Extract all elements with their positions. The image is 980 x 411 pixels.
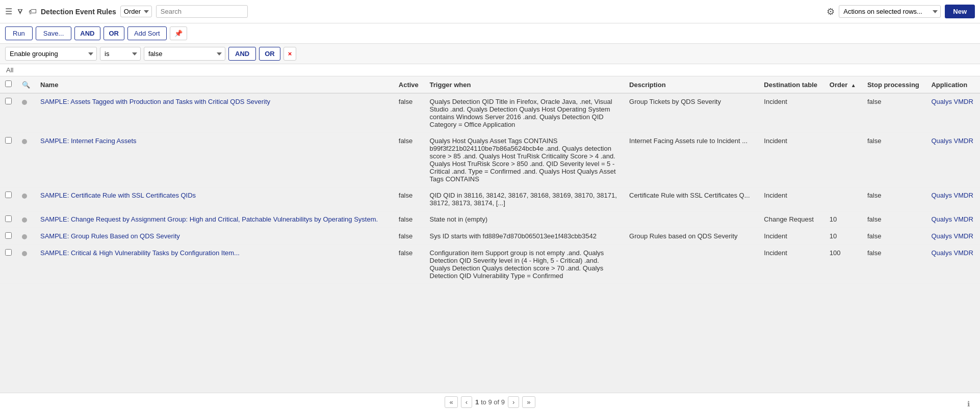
row-application-cell: Qualys VMDR [926,93,980,133]
all-label: All [0,64,980,76]
row-name-cell: SAMPLE: Change Request by Assignment Gro… [35,211,394,228]
status-dot [22,251,27,256]
col-application[interactable]: Application [926,76,980,93]
row-checkbox[interactable] [5,215,12,222]
page-of-label: of [494,398,499,406]
table-row: SAMPLE: Certificate Rule with SSL Certif… [0,187,980,211]
save-button[interactable]: Save... [36,26,71,40]
settings-icon[interactable]: ⚙ [827,6,835,17]
pin-button[interactable]: 📌 [170,26,187,40]
filter-remove-button[interactable]: × [283,47,297,61]
row-active-cell: false [394,211,425,228]
filter-or-button[interactable]: OR [259,47,280,61]
search-input[interactable] [156,5,248,18]
col-destination[interactable]: Destination table [759,76,824,93]
row-stop-cell: false [862,211,926,228]
row-name-cell: SAMPLE: Critical & High Vulnerability Ta… [35,245,394,284]
add-sort-button[interactable]: Add Sort [127,26,167,40]
row-application-link[interactable]: Qualys VMDR [931,98,973,105]
last-page-button[interactable]: » [522,396,535,408]
new-button[interactable]: New [945,5,975,18]
row-checkbox-cell [0,133,17,187]
prev-page-button[interactable]: ‹ [461,396,472,408]
first-page-button[interactable]: « [445,396,457,408]
row-description-cell: Group Tickets by QDS Severity [624,93,759,133]
filter-and-button[interactable]: AND [228,47,256,61]
table-wrapper[interactable]: 🔍 Name Active Trigger when Description [0,76,980,393]
row-order-cell [824,187,862,211]
col-description[interactable]: Description [624,76,759,93]
row-checkbox[interactable] [5,249,12,256]
row-status-cell [17,93,35,133]
filter-value-select[interactable]: false [144,47,225,61]
page-total: 9 [488,398,492,406]
row-checkbox[interactable] [5,137,12,144]
row-name-link[interactable]: SAMPLE: Assets Tagged with Production an… [40,98,270,105]
page-to-label: to [481,398,486,406]
row-name-cell: SAMPLE: Group Rules Based on QDS Severit… [35,228,394,245]
row-checkbox-cell [0,93,17,133]
menu-icon[interactable]: ☰ [5,7,12,16]
row-checkbox[interactable] [5,191,12,198]
pagination: « ‹ 1 to 9 of 9 › » ℹ [0,393,980,411]
next-page-button[interactable]: › [508,396,519,408]
page-of-total: 9 [501,398,505,406]
select-all-checkbox[interactable] [5,80,12,87]
table-row: SAMPLE: Change Request by Assignment Gro… [0,211,980,228]
filter-icon[interactable]: ⛛ [16,7,24,16]
col-stop[interactable]: Stop processing [862,76,926,93]
table-row: SAMPLE: Assets Tagged with Production an… [0,93,980,133]
row-name-link[interactable]: SAMPLE: Certificate Rule with SSL Certif… [40,191,196,199]
row-application-link[interactable]: Qualys VMDR [931,215,973,223]
or-button[interactable]: OR [104,26,125,40]
row-trigger-cell: Sys ID starts with fd889e7d870b065013ee1… [425,228,624,245]
row-description-cell: Group Rules based on QDS Severity [624,228,759,245]
row-name-link[interactable]: SAMPLE: Critical & High Vulnerability Ta… [40,249,240,257]
row-checkbox[interactable] [5,232,12,239]
page-info: 1 to 9 of 9 [475,398,505,406]
row-application-link[interactable]: Qualys VMDR [931,249,973,257]
col-checkbox [0,76,17,93]
row-application-link[interactable]: Qualys VMDR [931,191,973,199]
row-destination-cell: Change Request [759,211,824,228]
col-name[interactable]: Name [35,76,394,93]
row-name-link[interactable]: SAMPLE: Internet Facing Assets [40,137,137,145]
page-title: Detection Event Rules [41,8,116,16]
tag-icon[interactable]: 🏷 [29,7,37,16]
row-stop-cell: false [862,245,926,284]
row-application-link[interactable]: Qualys VMDR [931,137,973,145]
row-name-cell: SAMPLE: Assets Tagged with Production an… [35,93,394,133]
filter-op-select[interactable]: is [100,47,141,61]
col-trigger[interactable]: Trigger when [425,76,624,93]
row-active-cell: false [394,228,425,245]
row-destination-cell: Incident [759,133,824,187]
row-name-link[interactable]: SAMPLE: Group Rules Based on QDS Severit… [40,232,180,240]
status-dot [22,217,27,223]
and-button[interactable]: AND [74,26,100,40]
row-name-cell: SAMPLE: Internet Facing Assets [35,133,394,187]
row-application-link[interactable]: Qualys VMDR [931,232,973,240]
col-active[interactable]: Active [394,76,425,93]
search-col-icon[interactable]: 🔍 [22,81,30,89]
order-select[interactable]: Order [120,6,152,17]
row-status-cell [17,211,35,228]
toolbar: Run Save... AND OR Add Sort 📌 [0,23,980,44]
actions-select[interactable]: Actions on selected rows... [839,5,941,18]
row-destination-cell: Incident [759,228,824,245]
row-stop-cell: false [862,187,926,211]
row-application-cell: Qualys VMDR [926,245,980,284]
filter-field-select[interactable]: Enable grouping [5,47,97,61]
row-checkbox-cell [0,211,17,228]
row-checkbox[interactable] [5,98,12,104]
row-name-cell: SAMPLE: Certificate Rule with SSL Certif… [35,187,394,211]
row-stop-cell: false [862,133,926,187]
row-stop-cell: false [862,228,926,245]
row-active-cell: false [394,133,425,187]
table-row: SAMPLE: Group Rules Based on QDS Severit… [0,228,980,245]
row-active-cell: false [394,245,425,284]
row-name-link[interactable]: SAMPLE: Change Request by Assignment Gro… [40,215,378,223]
run-button[interactable]: Run [5,26,33,40]
col-order[interactable]: Order ▲ [824,76,862,93]
row-destination-cell: Incident [759,93,824,133]
row-trigger-cell: Configuration item Support group is not … [425,245,624,284]
